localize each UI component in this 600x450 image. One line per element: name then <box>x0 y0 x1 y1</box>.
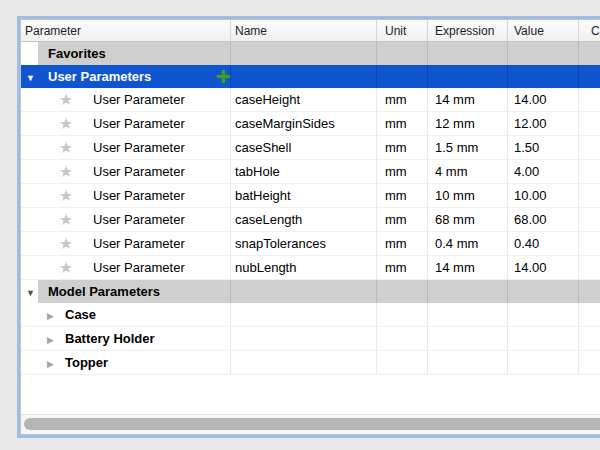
unit-cell[interactable]: mm <box>376 136 427 159</box>
column-header-parameter[interactable]: Parameter <box>21 20 230 41</box>
empty-cell <box>230 303 376 326</box>
parameter-row-nublength[interactable]: User ParameternubLengthmm14 mm14.00 <box>21 256 600 280</box>
disclosure-triangle-icon[interactable] <box>47 356 57 369</box>
expression-cell[interactable]: 10 mm <box>427 184 507 207</box>
subgroup-row-case[interactable]: Case <box>21 303 600 327</box>
parameter-row-batheight[interactable]: User ParameterbatHeightmm10 mm10.00 <box>21 184 600 208</box>
empty-cell <box>376 303 427 326</box>
expression-cell[interactable]: 12 mm <box>427 112 507 135</box>
parameter-row-casemarginsides[interactable]: User ParametercaseMarginSidesmm12 mm12.0… <box>21 112 600 136</box>
expression-cell[interactable]: 14 mm <box>427 256 507 279</box>
comments-cell[interactable] <box>578 256 600 279</box>
column-header-comments[interactable]: C <box>578 20 600 41</box>
expression-cell[interactable]: 14 mm <box>427 88 507 111</box>
column-header-value[interactable]: Value <box>507 20 578 41</box>
disclosure-triangle-icon[interactable] <box>47 332 57 345</box>
column-header-name[interactable]: Name <box>230 20 376 41</box>
name-cell[interactable]: batHeight <box>230 184 376 207</box>
favorite-star-icon[interactable] <box>56 116 76 132</box>
parameter-row-tabhole[interactable]: User ParametertabHolemm4 mm4.00 <box>21 160 600 184</box>
empty-cell <box>230 351 376 374</box>
group-row-band: User Parameters <box>38 65 600 88</box>
group-row-label: Favorites <box>48 46 106 61</box>
column-header-label: Parameter <box>25 24 81 38</box>
parameter-row-caseshell[interactable]: User ParametercaseShellmm1.5 mm1.50 <box>21 136 600 160</box>
horizontal-scrollbar[interactable] <box>21 414 600 434</box>
horizontal-scrollbar-thumb[interactable] <box>24 418 600 430</box>
unit-cell[interactable]: mm <box>376 88 427 111</box>
empty-cell <box>507 327 578 350</box>
favorite-star-icon[interactable] <box>56 212 76 228</box>
empty-cell <box>427 327 507 350</box>
parameter-type-label: User Parameter <box>93 236 185 251</box>
comments-cell[interactable] <box>578 160 600 183</box>
group-row-left-cell <box>21 65 38 88</box>
value-cell[interactable]: 0.40 <box>507 232 578 255</box>
expression-cell[interactable]: 68 mm <box>427 208 507 231</box>
parameter-type-label: User Parameter <box>93 164 185 179</box>
comments-cell[interactable] <box>578 208 600 231</box>
group-row-user-parameters[interactable]: User Parameters <box>21 65 600 88</box>
comments-cell[interactable] <box>578 184 600 207</box>
value-cell[interactable]: 1.50 <box>507 136 578 159</box>
subgroup-row-topper[interactable]: Topper <box>21 351 600 375</box>
column-separator <box>230 280 231 303</box>
column-separator <box>376 42 377 65</box>
value-cell[interactable]: 4.00 <box>507 160 578 183</box>
favorite-star-icon[interactable] <box>56 92 76 108</box>
parameter-row-caselength[interactable]: User ParametercaseLengthmm68 mm68.00 <box>21 208 600 232</box>
name-cell[interactable]: tabHole <box>230 160 376 183</box>
group-row-band: Model Parameters <box>38 280 600 303</box>
name-cell[interactable]: nubLength <box>230 256 376 279</box>
expression-cell[interactable]: 0.4 mm <box>427 232 507 255</box>
favorite-star-icon[interactable] <box>56 188 76 204</box>
empty-cell <box>376 327 427 350</box>
column-separator <box>376 280 377 303</box>
unit-cell[interactable]: mm <box>376 184 427 207</box>
disclosure-triangle-icon[interactable] <box>47 308 57 321</box>
unit-cell[interactable]: mm <box>376 232 427 255</box>
parameters-table-panel: Parameter Name Unit Expression Value C F… <box>17 16 600 438</box>
value-cell[interactable]: 10.00 <box>507 184 578 207</box>
parameter-row-snaptolerances[interactable]: User ParametersnapTolerancesmm0.4 mm0.40 <box>21 232 600 256</box>
name-cell[interactable]: caseLength <box>230 208 376 231</box>
parameters-window: Parameter Name Unit Expression Value C F… <box>0 0 600 450</box>
value-cell[interactable]: 68.00 <box>507 208 578 231</box>
expression-cell[interactable]: 4 mm <box>427 160 507 183</box>
disclosure-triangle-icon[interactable] <box>26 70 35 83</box>
unit-cell[interactable]: mm <box>376 112 427 135</box>
comments-cell[interactable] <box>578 232 600 255</box>
name-cell[interactable]: caseShell <box>230 136 376 159</box>
add-parameter-icon[interactable] <box>217 70 230 83</box>
favorite-star-icon[interactable] <box>56 236 76 252</box>
name-cell[interactable]: snapTolerances <box>230 232 376 255</box>
favorite-star-icon[interactable] <box>56 164 76 180</box>
column-separator <box>427 42 428 65</box>
parameter-type-label: User Parameter <box>93 92 185 107</box>
column-header-expression[interactable]: Expression <box>427 20 507 41</box>
favorite-star-icon[interactable] <box>56 140 76 156</box>
value-cell[interactable]: 12.00 <box>507 112 578 135</box>
column-header-unit[interactable]: Unit <box>376 20 427 41</box>
unit-cell[interactable]: mm <box>376 160 427 183</box>
comments-cell[interactable] <box>578 112 600 135</box>
disclosure-triangle-icon[interactable] <box>26 285 35 298</box>
name-cell[interactable]: caseMarginSides <box>230 112 376 135</box>
subgroup-row-battery-holder[interactable]: Battery Holder <box>21 327 600 351</box>
column-header-label: Value <box>514 24 544 38</box>
comments-cell[interactable] <box>578 136 600 159</box>
empty-cell <box>376 351 427 374</box>
column-header-label: Unit <box>385 24 406 38</box>
group-row-favorites[interactable]: Favorites <box>21 42 600 65</box>
subgroup-label: Case <box>65 307 96 322</box>
comments-cell[interactable] <box>578 88 600 111</box>
unit-cell[interactable]: mm <box>376 256 427 279</box>
favorite-star-icon[interactable] <box>56 260 76 276</box>
unit-cell[interactable]: mm <box>376 208 427 231</box>
value-cell[interactable]: 14.00 <box>507 88 578 111</box>
group-row-model-parameters[interactable]: Model Parameters <box>21 280 600 303</box>
name-cell[interactable]: caseHeight <box>230 88 376 111</box>
parameter-row-caseheight[interactable]: User ParametercaseHeightmm14 mm14.00 <box>21 88 600 112</box>
expression-cell[interactable]: 1.5 mm <box>427 136 507 159</box>
value-cell[interactable]: 14.00 <box>507 256 578 279</box>
